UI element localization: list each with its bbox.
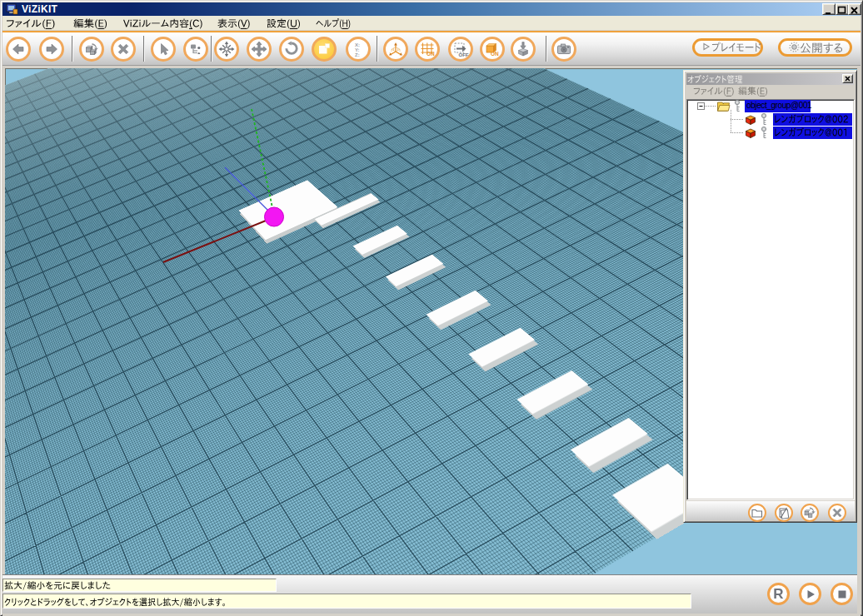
svg-text:ON: ON	[427, 51, 435, 57]
svg-text:ON: ON	[491, 51, 499, 57]
svg-text:Z:: Z:	[355, 52, 360, 57]
svg-text:OFF: OFF	[459, 52, 469, 57]
